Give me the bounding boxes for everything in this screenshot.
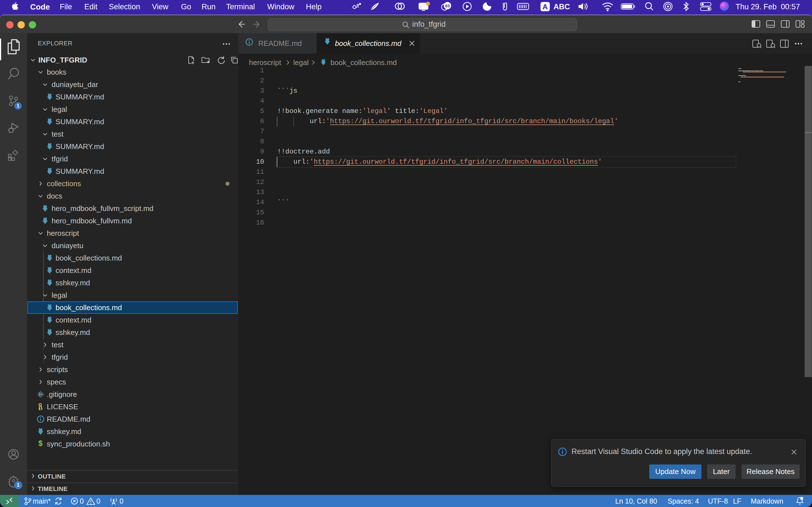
svg-text:83: 83 [445, 3, 450, 8]
svg-text:A: A [543, 3, 548, 11]
